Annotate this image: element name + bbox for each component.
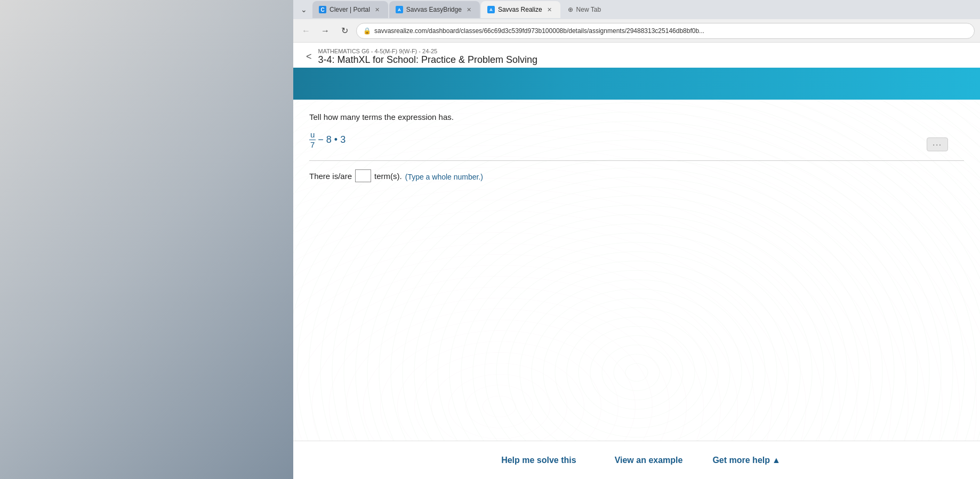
browser-window: ⌄ C Clever | Portal ✕ A Savvas EasyBridg…: [293, 0, 980, 479]
get-more-help-button[interactable]: Get more help ▲: [712, 456, 780, 465]
divider: [309, 160, 964, 161]
savvas-easybridge-favicon: A: [396, 6, 403, 13]
tab-savvas-easybridge-label: Savvas EasyBridge: [406, 6, 462, 13]
left-panel: [0, 0, 293, 479]
action-bar: Help me solve this View an example Get m…: [293, 441, 980, 479]
more-options-icon: ···: [933, 140, 942, 149]
breadcrumb-subtitle: MATHEMATICS G6 - 4-5(M-F) 9(W-F) - 24-25: [318, 48, 538, 54]
question-instruction: Tell how many terms the expression has.: [309, 112, 964, 121]
url-text: savvasrealize.com/dashboard/classes/66c6…: [374, 27, 704, 35]
breadcrumb-title: 3-4: MathXL for School: Practice & Probl…: [318, 54, 538, 66]
tab-savvas-realize-label: Savvas Realize: [498, 6, 542, 13]
tab-bar: ⌄ C Clever | Portal ✕ A Savvas EasyBridg…: [293, 0, 980, 19]
address-bar: ← → ↻ 🔒 savvasrealize.com/dashboard/clas…: [293, 19, 980, 43]
tab-new-tab-label: New Tab: [576, 6, 601, 13]
fraction-numerator: u: [309, 130, 316, 140]
forward-button[interactable]: →: [318, 23, 333, 38]
tab-chevron-icon[interactable]: ⌄: [296, 2, 311, 17]
answer-hint: (Type a whole number.): [405, 173, 483, 181]
breadcrumb-bar: < MATHEMATICS G6 - 4-5(M-F) 9(W-F) - 24-…: [293, 43, 980, 68]
answer-suffix: term(s).: [374, 172, 402, 181]
tab-clever[interactable]: C Clever | Portal ✕: [312, 1, 388, 18]
get-more-help-icon: ▲: [772, 456, 781, 465]
question-content: Tell how many terms the expression has. …: [309, 112, 964, 182]
breadcrumb-info: MATHEMATICS G6 - 4-5(M-F) 9(W-F) - 24-25…: [318, 48, 538, 66]
tab-easybridge-close[interactable]: ✕: [465, 5, 473, 14]
refresh-button[interactable]: ↻: [337, 23, 352, 38]
breadcrumb-back-button[interactable]: <: [304, 51, 314, 62]
answer-prefix: There is/are: [309, 172, 352, 181]
url-bar[interactable]: 🔒 savvasrealize.com/dashboard/classes/66…: [356, 23, 975, 39]
blue-banner: [293, 68, 980, 100]
fraction-denominator: 7: [309, 140, 316, 150]
new-tab-icon: ⊕: [568, 6, 573, 13]
help-me-solve-button[interactable]: Help me solve this: [493, 451, 585, 469]
lock-icon: 🔒: [363, 27, 371, 35]
expression-rest: − 8 • 3: [318, 134, 346, 145]
tab-new-tab[interactable]: ⊕ New Tab: [561, 6, 607, 13]
tab-savvas-easybridge[interactable]: A Savvas EasyBridge ✕: [389, 1, 480, 18]
tab-savvas-realize[interactable]: A Savvas Realize ✕: [481, 1, 560, 18]
savvas-realize-favicon: A: [487, 6, 495, 13]
tab-realize-close[interactable]: ✕: [545, 5, 554, 14]
answer-section: There is/are term(s). (Type a whole numb…: [309, 169, 964, 182]
answer-input[interactable]: [355, 169, 371, 182]
more-options-button[interactable]: ···: [927, 137, 948, 151]
back-button[interactable]: ←: [299, 23, 314, 38]
math-expression: u 7 − 8 • 3: [309, 130, 964, 150]
fraction: u 7: [309, 130, 316, 150]
view-example-button[interactable]: View an example: [606, 451, 692, 469]
tab-clever-close[interactable]: ✕: [373, 5, 382, 14]
get-more-help-label: Get more help: [712, 456, 770, 465]
content-area: < MATHEMATICS G6 - 4-5(M-F) 9(W-F) - 24-…: [293, 43, 980, 479]
tab-clever-label: Clever | Portal: [330, 6, 370, 13]
question-area: Tell how many terms the expression has. …: [293, 100, 980, 441]
clever-favicon: C: [319, 6, 326, 13]
